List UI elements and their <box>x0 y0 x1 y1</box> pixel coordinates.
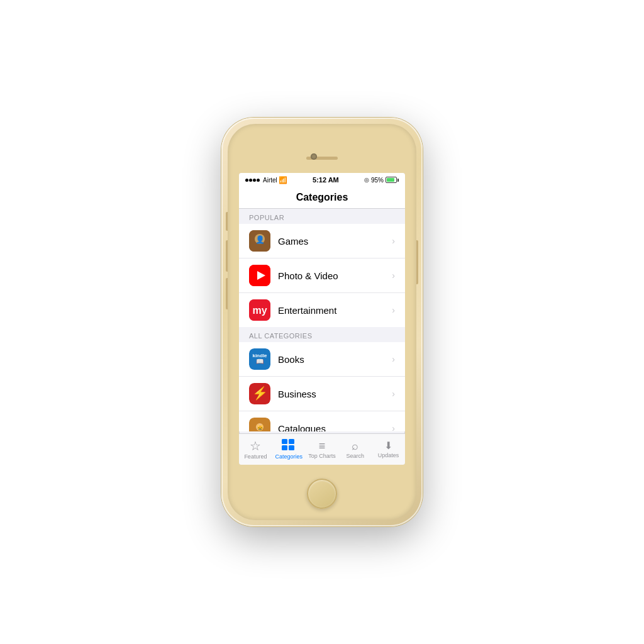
business-chevron: › <box>392 389 395 399</box>
section-header-all: ALL CATEGORIES <box>239 327 405 342</box>
all-categories-list: kindle 📖 Books › ⚡ <box>239 342 405 431</box>
battery-indicator <box>386 177 399 183</box>
battery-body <box>386 177 397 183</box>
signal-dot-2 <box>249 179 252 182</box>
power-button <box>416 240 418 284</box>
camera <box>311 153 317 160</box>
svg-text:⚡: ⚡ <box>252 386 268 401</box>
signal-strength <box>245 179 260 182</box>
wifi-icon: 📶 <box>279 176 287 184</box>
svg-rect-20 <box>289 439 294 444</box>
battery-fill <box>387 178 394 182</box>
books-chevron: › <box>392 354 395 364</box>
business-label: Business <box>278 389 392 399</box>
list-item-games[interactable]: 👤 Games › <box>239 224 405 258</box>
games-icon: 👤 <box>249 230 270 252</box>
tab-top-charts[interactable]: ≡ Top Charts <box>306 434 339 465</box>
signal-dot-4 <box>257 179 260 182</box>
games-chevron: › <box>392 236 395 246</box>
entertainment-popular-label: Entertainment <box>278 305 392 316</box>
tab-featured[interactable]: ☆ Featured <box>239 434 272 465</box>
battery-tip <box>397 179 399 182</box>
mute-button <box>226 212 228 231</box>
business-icon: ⚡ <box>249 383 270 404</box>
tab-bar: ☆ Featured Categories <box>239 433 405 465</box>
status-left: Airtel 📶 <box>245 176 287 184</box>
screen: Airtel 📶 5:12 AM ◎ 95% <box>239 173 405 465</box>
search-label: Search <box>347 453 365 459</box>
photo-video-icon <box>249 265 270 286</box>
tab-updates[interactable]: ⬇ Updates <box>372 434 405 465</box>
entertainment-popular-icon: my <box>249 299 270 321</box>
list-item-entertainment-popular[interactable]: my Entertainment › <box>239 293 405 327</box>
svg-text:📖: 📖 <box>256 357 264 365</box>
top-charts-label: Top Charts <box>308 453 336 459</box>
categories-icon <box>282 439 296 452</box>
svg-rect-22 <box>289 445 294 450</box>
search-icon: ⌕ <box>352 440 358 452</box>
section-header-popular: POPULAR <box>239 209 405 224</box>
navigation-bar: Categories <box>239 187 405 209</box>
status-time: 5:12 AM <box>313 176 339 184</box>
list-item-catalogues[interactable]: 😸 Catalogues › <box>239 411 405 431</box>
photo-video-chevron: › <box>392 270 395 280</box>
updates-label: Updates <box>378 452 399 458</box>
entertainment-popular-chevron: › <box>392 305 395 315</box>
signal-dot-1 <box>245 179 248 182</box>
phone: Airtel 📶 5:12 AM ◎ 95% <box>221 118 423 526</box>
svg-text:😸: 😸 <box>257 424 264 431</box>
page-title: Categories <box>296 192 348 203</box>
updates-icon: ⬇ <box>384 441 392 451</box>
popular-list: 👤 Games › <box>239 224 405 327</box>
battery-percent: 95% <box>371 177 384 184</box>
catalogues-label: Catalogues <box>278 423 392 432</box>
phone-outer: Airtel 📶 5:12 AM ◎ 95% <box>221 118 423 526</box>
phone-inner: Airtel 📶 5:12 AM ◎ 95% <box>228 124 416 520</box>
books-label: Books <box>278 354 392 365</box>
svg-rect-19 <box>282 439 287 444</box>
svg-rect-21 <box>282 445 287 450</box>
list-item-books[interactable]: kindle 📖 Books › <box>239 342 405 377</box>
signal-dot-3 <box>253 179 256 182</box>
photo-video-label: Photo & Video <box>278 270 392 281</box>
svg-text:👤: 👤 <box>255 235 265 244</box>
svg-text:my: my <box>252 305 267 316</box>
games-label: Games <box>278 236 392 247</box>
list-item-business[interactable]: ⚡ Business › <box>239 377 405 411</box>
books-icon: kindle 📖 <box>249 348 270 370</box>
catalogues-icon: 😸 <box>249 418 270 431</box>
status-right: ◎ 95% <box>364 177 399 184</box>
top-charts-icon: ≡ <box>319 440 326 452</box>
featured-label: Featured <box>244 453 267 460</box>
featured-icon: ☆ <box>250 440 261 452</box>
scroll-content[interactable]: POPULAR 👤 Games <box>239 209 405 431</box>
volume-down-button <box>226 278 228 309</box>
catalogues-chevron: › <box>392 423 395 431</box>
home-button[interactable] <box>307 479 337 509</box>
tab-categories[interactable]: Categories <box>272 434 306 465</box>
tab-search[interactable]: ⌕ Search <box>338 434 372 465</box>
list-item-photo-video[interactable]: Photo & Video › <box>239 258 405 293</box>
location-icon: ◎ <box>364 177 369 183</box>
categories-label: Categories <box>275 453 303 460</box>
carrier-name: Airtel <box>263 177 277 184</box>
volume-up-button <box>226 240 228 272</box>
status-bar: Airtel 📶 5:12 AM ◎ 95% <box>239 173 405 187</box>
